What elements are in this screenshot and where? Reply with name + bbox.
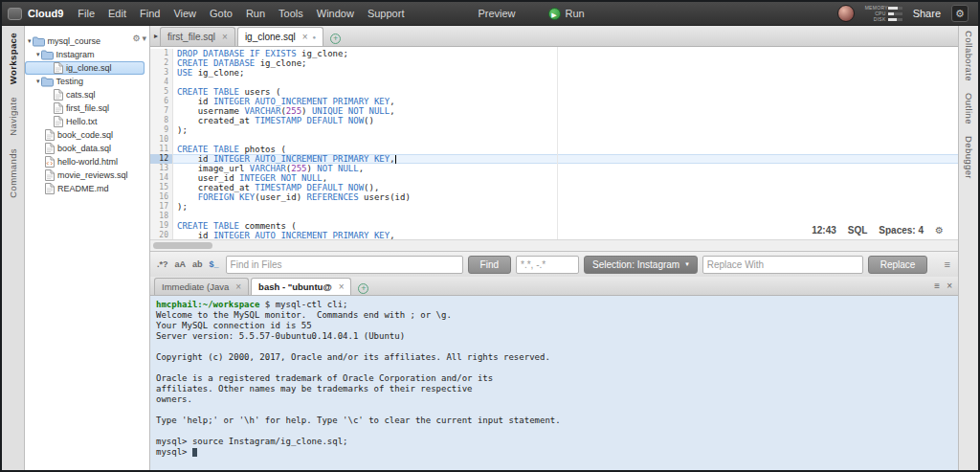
menu-goto[interactable]: Goto — [203, 2, 239, 26]
tree-item-label: Instagram — [56, 50, 95, 59]
tree-item-movie-reviews-sql[interactable]: movie_reviews.sql — [25, 169, 149, 182]
preview-button[interactable]: Preview — [470, 2, 523, 26]
find-toggle-0[interactable]: .*? — [155, 258, 170, 270]
tree-item-label: book_data.sql — [57, 144, 111, 153]
tab-scroll-icon[interactable]: ▸ — [152, 32, 160, 40]
tab-label: first_file.sql — [167, 32, 215, 42]
folder-open-icon — [41, 77, 54, 87]
line-number: 3 — [150, 68, 173, 78]
gauge-bar — [888, 7, 902, 10]
tree-item-cats-sql[interactable]: cats.sql — [25, 88, 149, 101]
console-tab-bash-ubuntu[interactable]: bash - "ubuntu@× — [251, 278, 351, 295]
cursor-position[interactable]: 12:43 — [812, 225, 836, 236]
tree-gear-icon[interactable]: ⚙ — [132, 34, 140, 43]
code-line-14: 14 user_id INTEGER NOT NULL, — [150, 173, 958, 183]
tree-item-label: Testing — [56, 77, 84, 86]
file-icon — [54, 89, 63, 101]
console-close-icon[interactable]: × — [947, 281, 952, 291]
code-line-9: 9); — [150, 125, 958, 135]
new-editor-tab-button[interactable]: + — [330, 28, 341, 45]
tree-item-readme-md[interactable]: README.md — [25, 182, 149, 195]
terminal-line-14: mysql> source Instagram/ig_clone.sql; — [156, 437, 952, 447]
close-icon[interactable]: × — [222, 32, 228, 42]
resource-gauge[interactable]: MEMORYCPUDISK — [865, 6, 902, 21]
code-editor[interactable]: 1DROP DATABASE IF EXISTS ig_clone;2CREAT… — [150, 47, 958, 239]
line-number: 19 — [150, 221, 173, 231]
replace-button[interactable]: Replace — [868, 256, 928, 274]
line-number: 16 — [150, 192, 173, 202]
tree-item-first-file-sql[interactable]: first_file.sql — [25, 101, 149, 115]
close-icon[interactable]: × — [302, 32, 308, 42]
rail-item-outline[interactable]: Outline — [964, 93, 974, 124]
find-input[interactable] — [226, 256, 463, 274]
share-button[interactable]: Share — [913, 8, 941, 19]
file-icon — [45, 169, 55, 181]
rail-item-collaborate[interactable]: Collaborate — [964, 31, 974, 81]
close-icon[interactable]: × — [339, 281, 345, 292]
rail-item-debugger[interactable]: Debugger — [964, 136, 974, 179]
find-toggle-1[interactable]: aA — [173, 258, 189, 270]
tree-item-hello-world-html[interactable]: hello-world.html — [25, 155, 149, 169]
menu-file[interactable]: File — [71, 2, 101, 26]
rail-item-workspace[interactable]: Workspace — [8, 33, 18, 84]
tree-chevron-down-icon[interactable]: ▾ — [142, 34, 146, 43]
chevron-down-icon[interactable]: ▾ — [28, 37, 32, 45]
syntax-mode[interactable]: SQL — [848, 225, 868, 236]
chevron-down-icon[interactable]: ▾ — [36, 78, 40, 85]
code-line-11: 11CREATE TABLE photos ( — [150, 145, 958, 154]
console-tabbar: Immediate (Java×bash - "ubuntu@× + ≡ × — [150, 277, 958, 296]
tree-item-label: hello-world.html — [57, 157, 118, 167]
cloud9-logo-icon[interactable] — [8, 8, 22, 20]
tree-item-book-code-sql[interactable]: book_code.sql — [25, 128, 149, 142]
console-tab-immediate-java[interactable]: Immediate (Java× — [154, 278, 249, 295]
menu-find[interactable]: Find — [133, 2, 167, 26]
chevron-down-icon[interactable]: ▾ — [36, 51, 40, 58]
menu-edit[interactable]: Edit — [101, 2, 133, 26]
menu-support[interactable]: Support — [361, 2, 412, 26]
code-line-12: 12 id INTEGER AUTO_INCREMENT PRIMARY KEY… — [150, 154, 958, 164]
rail-item-navigate[interactable]: Navigate — [8, 97, 18, 136]
avatar[interactable] — [837, 5, 855, 22]
settings-gear-icon[interactable]: ⚙ — [951, 5, 969, 22]
tree-item-ig-clone-sql[interactable]: ig_clone.sql — [25, 61, 145, 75]
find-toggle-2[interactable]: ab — [190, 258, 205, 270]
run-button[interactable]: ▶ Run — [548, 8, 585, 20]
terminal[interactable]: hmcphail:~/workspace $ mysql-ctl cli;Wel… — [150, 296, 958, 470]
line-number: 14 — [150, 173, 173, 183]
code-line-1: 1DROP DATABASE IF EXISTS ig_clone; — [150, 49, 958, 58]
find-options-icon[interactable]: ≡ — [942, 258, 953, 270]
file-filter-input[interactable] — [516, 256, 579, 274]
console-menu-icon[interactable]: ≡ — [934, 281, 940, 291]
tree-item-mysql-course[interactable]: ▾mysql_course — [25, 34, 149, 48]
rail-item-commands[interactable]: Commands — [8, 148, 18, 198]
code-text: id INTEGER AUTO_INCREMENT PRIMARY KEY, — [173, 154, 958, 164]
close-icon[interactable]: × — [235, 281, 241, 292]
editor-tab-ig-clone-sql[interactable]: ig_clone.sql×● — [237, 27, 323, 46]
editor-tabs: first_file.sql×ig_clone.sql×● — [160, 27, 325, 46]
status-gear-icon[interactable]: ⚙ — [935, 225, 944, 236]
code-text: CREATE DATABASE ig_clone; — [173, 58, 958, 68]
scrollbar-thumb[interactable] — [153, 242, 212, 249]
code-text: ); — [173, 202, 958, 212]
tree-item-label: cats.sql — [66, 90, 96, 100]
menu-view[interactable]: View — [167, 2, 203, 26]
spaces-setting[interactable]: Spaces: 4 — [879, 225, 924, 236]
code-line-4: 4 — [150, 78, 958, 87]
menu-window[interactable]: Window — [310, 2, 361, 26]
tab-label: ig_clone.sql — [245, 32, 296, 42]
find-button[interactable]: Find — [468, 256, 511, 274]
tree-item-testing[interactable]: ▾Testing — [25, 75, 149, 88]
menu-tools[interactable]: Tools — [272, 2, 310, 26]
horizontal-scrollbar[interactable] — [150, 239, 958, 251]
file-tree-list: ▾mysql_course▾Instagramig_clone.sql▾Test… — [25, 34, 149, 195]
menu-run[interactable]: Run — [239, 2, 272, 26]
tree-item-hello-txt[interactable]: Hello.txt — [25, 115, 149, 128]
tree-item-book-data-sql[interactable]: book_data.sql — [25, 142, 149, 155]
new-console-tab-button[interactable]: + — [358, 278, 368, 295]
find-toggle-3[interactable]: $_ — [208, 258, 221, 270]
scope-label: Selection: Instagram — [592, 259, 679, 270]
scope-dropdown[interactable]: Selection: Instagram ▾ — [584, 256, 698, 274]
replace-input[interactable] — [702, 256, 863, 274]
tree-item-instagram[interactable]: ▾Instagram — [25, 48, 149, 61]
editor-tab-first-file-sql[interactable]: first_file.sql× — [160, 27, 235, 46]
